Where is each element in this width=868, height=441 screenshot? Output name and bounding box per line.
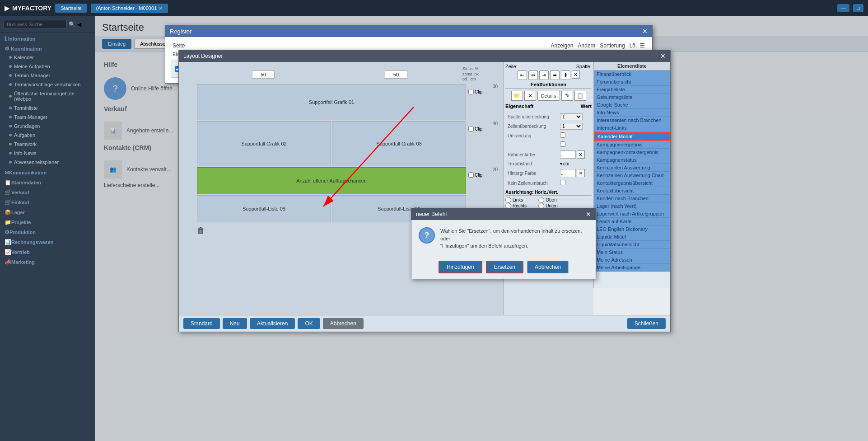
ok-button[interactable]: OK: [298, 318, 320, 329]
trash-icon[interactable]: 🗑: [197, 226, 205, 235]
prop-zeile-label: Zeilenüberdeckung: [506, 122, 558, 131]
rahmen-input[interactable]: [560, 150, 576, 159]
canvas-cell-1-1[interactable]: Supportfall Grafik 03: [332, 121, 466, 166]
element-item-11[interactable]: Kampagnenstatus: [594, 156, 670, 164]
sidebar-item-oeff[interactable]: Öffentliche Terminangebote (Webpo: [0, 89, 95, 103]
ersetzen-button[interactable]: Ersetzen: [486, 261, 523, 273]
schliessen-button[interactable]: Schließen: [627, 318, 666, 329]
logo-icon: ▶: [5, 5, 9, 12]
topbar-btn-2[interactable]: □: [853, 4, 863, 12]
canvas-cell-2-0[interactable]: Anzahl offener Auftragschancen: [197, 167, 466, 194]
hinzufuegen-button[interactable]: Hinzufügen: [439, 261, 482, 273]
zeile-select[interactable]: 1 2: [560, 123, 583, 130]
links-radio[interactable]: [505, 197, 511, 203]
element-item-2[interactable]: Freigabeliste: [594, 86, 670, 94]
feldfunk-icon-2[interactable]: ✕: [524, 91, 536, 101]
sidebar-item-grundlagen[interactable]: Grundlagen: [0, 122, 95, 131]
standard-button[interactable]: Standard: [183, 318, 220, 329]
feldfunk-icon-3[interactable]: ✎: [561, 91, 573, 101]
element-item-8[interactable]: Kalender Monat: [594, 132, 670, 141]
element-item-15[interactable]: Kontaktübersicht: [594, 187, 670, 195]
col-input-2[interactable]: [385, 70, 407, 79]
tab-startseite[interactable]: Startseite: [55, 4, 87, 13]
canvas-cell-1-0[interactable]: Supportfall Grafik 02: [197, 121, 331, 166]
element-item-4[interactable]: Google Suche: [594, 101, 670, 109]
element-item-18[interactable]: Lagerwert nach Artikelgruppen: [594, 210, 670, 218]
prop-row-zeilenumbruch: Kein Zeilenumbruch: [506, 179, 591, 187]
layout-close-button[interactable]: ✕: [660, 52, 666, 60]
neu-button[interactable]: Neu: [223, 318, 247, 329]
sidebar-item-aufgaben[interactable]: Meine Aufgaben: [0, 62, 95, 71]
neuer-header: neuer Befehl ✕: [411, 208, 596, 220]
sidebar-collapse-icon[interactable]: ◀: [77, 21, 81, 28]
sidebar-section-lager: 📦Lager: [0, 206, 95, 216]
element-item-0[interactable]: Finanzüberblick: [594, 70, 670, 78]
element-item-6[interactable]: Interessenten nach Branchen: [594, 117, 670, 124]
aktualisieren-button[interactable]: Aktualisieren: [250, 318, 295, 329]
zeilenumbruch-check[interactable]: [560, 180, 565, 185]
element-item-10[interactable]: Kampagnenkontaktergebnis: [594, 149, 670, 156]
tab-close-icon[interactable]: ✕: [159, 5, 163, 11]
rahmen-x-button[interactable]: ✕: [577, 150, 585, 159]
canvas-cell-3-0[interactable]: Supportfall-Liste 05: [197, 195, 331, 222]
icon-col-1[interactable]: ⬌: [550, 70, 560, 80]
sidebar-item-terminliste[interactable]: Terminliste: [0, 103, 95, 113]
cell-0-0-label: Supportfall Grafik 01: [309, 99, 354, 105]
row-1-clip-check[interactable]: [468, 126, 474, 131]
element-item-17[interactable]: Lager (nach Wert): [594, 202, 670, 210]
marketing-icon: 📣: [5, 259, 11, 265]
search-icon: 🔍: [69, 21, 75, 28]
neuer-close-button[interactable]: ✕: [586, 211, 591, 218]
element-item-24[interactable]: Meine Adressen: [594, 256, 670, 264]
feldfunk-icon-4[interactable]: 📋: [574, 91, 586, 101]
umrandung-check-2[interactable]: [560, 141, 565, 147]
topbar-btn-1[interactable]: —: [837, 4, 849, 12]
sidebar-item-terminv[interactable]: Terminvorschläge verschicken: [0, 80, 95, 89]
sidebar-item-abwesenheit[interactable]: Abwesenheitsplaner: [0, 158, 95, 167]
row-2-clip-check[interactable]: [468, 172, 474, 178]
search-input[interactable]: [4, 20, 67, 29]
umrandung-check-1[interactable]: [560, 132, 565, 138]
element-item-21[interactable]: Liquide Mittel: [594, 233, 670, 241]
element-item-1[interactable]: Forumübersicht: [594, 78, 670, 86]
element-item-12[interactable]: Kennzahlen Auswertung: [594, 164, 670, 172]
icon-align-left[interactable]: ⇤: [518, 70, 527, 80]
icon-align-right[interactable]: ⇥: [539, 70, 549, 80]
element-item-25[interactable]: Meine Arbeitsgänge: [594, 264, 670, 272]
tab-user[interactable]: (Anton Schneider - M00001 ✕: [91, 4, 168, 13]
icon-align-center[interactable]: ⇔: [528, 70, 538, 80]
sidebar-item-kalender[interactable]: Kalender: [0, 53, 95, 62]
register-title: Register: [170, 28, 191, 35]
element-item-5[interactable]: Info-News: [594, 109, 670, 117]
element-item-3[interactable]: Geburtstagsliste: [594, 94, 670, 101]
canvas-cell-0-0[interactable]: Supportfall Grafik 01: [197, 84, 466, 120]
element-item-leo[interactable]: LEO English Dictionary: [594, 225, 670, 233]
row-0-clip-check[interactable]: [468, 89, 474, 94]
oben-radio[interactable]: [538, 197, 544, 203]
hintergrund-x-button[interactable]: ✕: [577, 169, 585, 177]
element-item-16[interactable]: Kunden nach Branchen: [594, 195, 670, 202]
row-0-right: 30 Clip: [467, 84, 499, 120]
sidebar-item-aufgaben2[interactable]: Aufgaben: [0, 131, 95, 140]
sidebar-item-termin[interactable]: Termin-Manager: [0, 71, 95, 80]
abbrechen-button[interactable]: Abbrechen: [323, 318, 364, 329]
register-close-button[interactable]: ✕: [642, 28, 648, 35]
element-item-14[interactable]: Kontaktergebnisübersicht: [594, 179, 670, 187]
element-item-13[interactable]: Kennzahlen Auswertung Chart: [594, 172, 670, 179]
icon-col-2[interactable]: ⬍: [561, 70, 570, 80]
neuer-abbrechen-button[interactable]: Abbrechen: [527, 261, 569, 273]
element-item-23[interactable]: Mein Status: [594, 249, 670, 256]
sidebar-item-infonews[interactable]: Info-News: [0, 149, 95, 158]
element-item-9[interactable]: Kampagnenergebnis: [594, 141, 670, 149]
col-input-1[interactable]: [252, 70, 275, 79]
feldfunk-icon-1[interactable]: 📁: [511, 91, 523, 101]
details-button[interactable]: Details: [537, 91, 560, 101]
element-item-19[interactable]: Leads auf Karte: [594, 218, 670, 225]
sidebar-item-teamwork[interactable]: Teamwork: [0, 140, 95, 149]
zeile-spalte-close[interactable]: ✕: [572, 70, 580, 79]
spalte-select[interactable]: 1 2: [560, 113, 583, 120]
sidebar-item-team[interactable]: Team-Manager: [0, 113, 95, 122]
element-item-7[interactable]: Internet-Links: [594, 124, 670, 132]
hintergrund-input[interactable]: [560, 169, 576, 177]
element-item-22[interactable]: Liquiditätsübersicht: [594, 241, 670, 249]
